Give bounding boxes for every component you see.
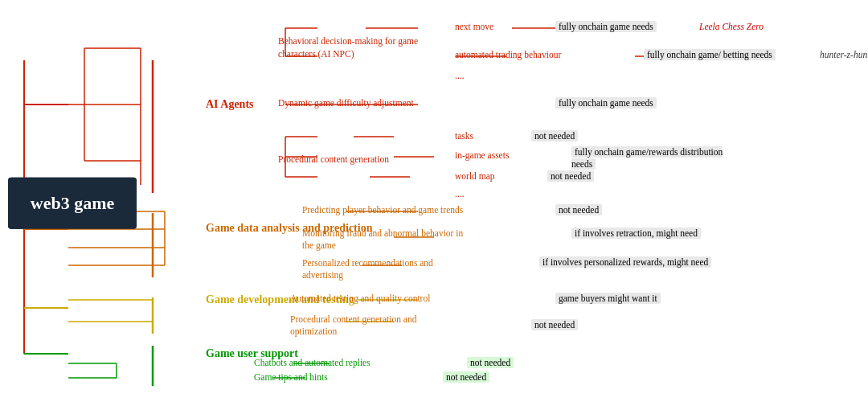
predicting-label: Predicting player behavior and game tren… xyxy=(302,205,463,215)
ai-agents-label: AI Agents xyxy=(206,98,254,111)
not-needed-tips: not needed xyxy=(443,372,489,382)
monitoring-label: Monitoring fraud and abnormal behavior i… xyxy=(302,228,463,252)
if-retraction: if involves retraction, might need xyxy=(571,228,701,240)
fully-onchain-dynamic: fully onchain game needs xyxy=(555,98,657,108)
next-move-label: next move xyxy=(455,22,493,31)
fully-onchain-1: fully onchain game needs xyxy=(555,22,657,31)
fully-onchain-betting: fully onchain game/ betting needs xyxy=(644,50,776,59)
root-box: web3 game xyxy=(8,177,137,229)
behavioral-label: Behavioral decision-making for gamechara… xyxy=(278,35,418,60)
not-needed-chatbots: not needed xyxy=(467,358,514,367)
hunter-label: hunter-z-hunter xyxy=(820,50,868,59)
game-buyers: game buyers might want it xyxy=(555,293,661,303)
tasks-label: tasks xyxy=(455,131,473,141)
dynamic-label: Dynamic game difficulty adjustment xyxy=(278,98,414,108)
automated-trading-label: automated trading behaviour xyxy=(455,50,561,59)
game-tips-label: Game tips and hints xyxy=(254,372,328,382)
not-needed-tasks: not needed xyxy=(531,131,578,141)
procedural-label: Procedural content generation xyxy=(278,154,389,164)
world-map-label: world map xyxy=(455,171,495,181)
leela-label: Leela Chess Zero xyxy=(699,22,764,31)
chatbots-label: Chatbots and automated replies xyxy=(254,358,371,367)
if-personalized: if involves personalized rewards, might … xyxy=(539,257,711,267)
mind-map: AI Agents Behavioral decision-making for… xyxy=(137,0,860,406)
personalized-label: Personalized recommendations andadvertis… xyxy=(302,257,433,281)
automated-testing-label: Automated testing and quality control xyxy=(290,293,430,303)
dots2: .... xyxy=(455,189,465,199)
not-needed-worldmap: not needed xyxy=(547,171,594,181)
dots1: .... xyxy=(455,71,465,80)
in-game-assets-label: in-game assets xyxy=(455,150,509,160)
fully-onchain-rewards: fully onchain game/rewards distributionn… xyxy=(571,146,723,170)
root-text: web3 game xyxy=(31,192,114,212)
procedural-opt-label: Procedural content generation andoptimiz… xyxy=(290,314,416,338)
not-needed-predicting: not needed xyxy=(555,205,602,215)
not-needed-procopt: not needed xyxy=(531,320,578,330)
